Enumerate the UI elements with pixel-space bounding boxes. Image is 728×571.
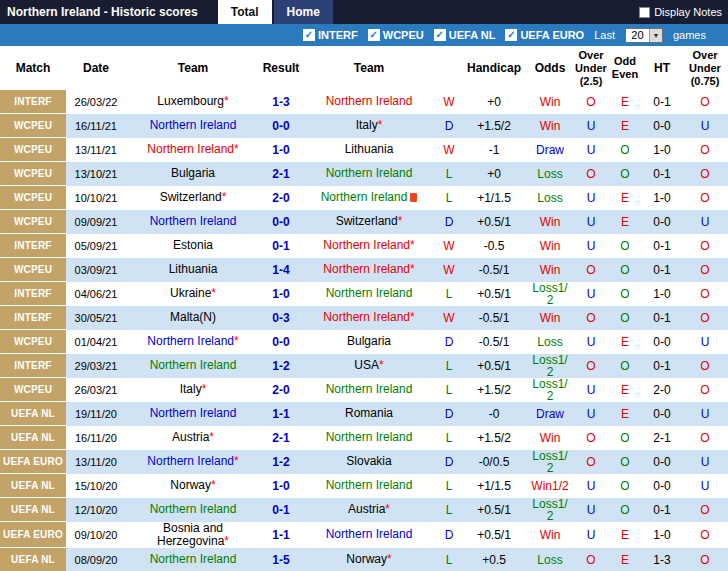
result-letter: L [436,354,462,378]
table-row: INTERF30/05/21Malta(N)0-3Northern Irelan… [0,306,728,330]
team-name: Switzerland [336,214,398,228]
halftime-score: 0-0 [642,114,682,138]
match-type-badge: UEFA NL [0,498,66,522]
handicap-result: Win [526,114,574,138]
over-under-075-result: O [682,306,728,330]
handicap-value: +1/1.5 [462,474,526,498]
result-letter: L [436,474,462,498]
result-letter: L [436,498,462,522]
team-name: Northern Ireland [326,478,413,492]
left-team-cell: Italy* [126,378,260,402]
fulltime-score: 0-0 [260,114,302,138]
col-ht: HT [642,46,682,90]
games-count-value: 20 [626,29,649,41]
over-under-075-result: O [682,426,728,450]
halftime-score: 1-0 [642,138,682,162]
handicap-value: +1/1.5 [462,186,526,210]
fulltime-score: 1-2 [260,354,302,378]
team-name: Ukraine [170,286,211,300]
halftime-score: 2-1 [642,426,682,450]
col-handicap: Handicap [462,46,526,90]
result-letter: L [436,282,462,306]
team-name: Bulgaria [171,166,215,180]
table-row: WCPEU13/10/21Bulgaria2-1Northern Ireland… [0,162,728,186]
team-name: Bosnia and Herzegovina [157,521,224,548]
fulltime-score: 1-1 [260,522,302,548]
left-team-cell: Bosnia and Herzegovina* [126,522,260,548]
result-letter: W [436,234,462,258]
checkbox-uefa-nl[interactable]: ✓ [434,29,446,41]
tab-total[interactable]: Total [218,0,272,24]
favorite-asterisk: * [202,382,207,396]
chevron-down-icon: ▼ [649,29,662,42]
red-card-icon [410,193,417,202]
handicap-value: +0.5/1 [462,282,526,306]
odd-even-result: O [608,234,642,258]
halftime-score: 0-1 [642,306,682,330]
halftime-score: 1-0 [642,186,682,210]
tab-strip: Total Home [218,0,333,24]
left-team-cell: Northern Ireland [126,114,260,138]
checkbox-interf[interactable]: ✓ [303,29,315,41]
checkbox-wcpeu[interactable]: ✓ [368,29,380,41]
over-under-075-result: U [682,402,728,426]
handicap-result: Win [526,258,574,282]
col-odd-even: Odd Even [608,46,642,90]
display-notes-checkbox[interactable] [639,7,650,18]
handicap-result: Win [526,90,574,114]
over-under-075-result: O [682,522,728,548]
filter-label-interf: INTERF [318,29,358,41]
table-row: WCPEU13/11/21Northern Ireland*1-0Lithuan… [0,138,728,162]
odd-even-result: E [608,522,642,548]
team-name: Slovakia [346,454,391,468]
over-under-075-result: O [682,548,728,571]
team-name: Northern Ireland [150,214,237,228]
col-result: Result [260,46,302,90]
team-name: USA [354,358,379,372]
team-name: Northern Ireland [147,334,234,348]
table-row: WCPEU26/03/21Italy*2-0Northern IrelandL+… [0,378,728,402]
right-team-cell: Northern Ireland* [302,234,436,258]
filter-label-wcpeu: WCPEU [383,29,424,41]
handicap-value: +0.5/1 [462,522,526,548]
team-name: Northern Ireland [150,552,237,566]
match-type-badge: UEFA NL [0,426,66,450]
checkbox-uefa-euro[interactable]: ✓ [505,29,517,41]
result-letter: L [436,162,462,186]
team-name: Northern Ireland [321,190,408,204]
match-type-badge: WCPEU [0,186,66,210]
handicap-result: Loss1/2 [526,282,574,306]
table-header-row: Match Date Team Result Team Handicap Odd… [0,46,728,90]
over-under-075-result: O [682,234,728,258]
halftime-score: 0-1 [642,90,682,114]
favorite-asterisk: * [234,142,239,156]
handicap-value: +0.5/1 [462,210,526,234]
right-team-cell: Northern Ireland [302,522,436,548]
odd-even-result: O [608,354,642,378]
page-title: Northern Ireland - Historic scores [0,5,198,19]
halftime-score: 0-0 [642,402,682,426]
match-date: 13/11/21 [66,138,126,162]
left-team-cell: Switzerland* [126,186,260,210]
match-type-badge: WCPEU [0,258,66,282]
left-team-cell: Ukraine* [126,282,260,306]
match-type-badge: UEFA NL [0,402,66,426]
team-name: Austria [172,430,209,444]
table-row: WCPEU01/04/21Northern Ireland*0-0Bulgari… [0,330,728,354]
col-odds: Odds [526,46,574,90]
games-count-select[interactable]: 20 ▼ [625,28,663,43]
team-name: Northern Ireland [326,527,413,541]
match-date: 10/10/21 [66,186,126,210]
col-over-under-25: Over Under (2.5) [574,46,608,90]
fulltime-score: 1-0 [260,282,302,306]
over-under-075-result: U [682,114,728,138]
handicap-value: -0.5 [462,234,526,258]
tab-home[interactable]: Home [274,0,333,24]
halftime-score: 0-1 [642,354,682,378]
right-team-cell: Bulgaria [302,330,436,354]
team-name: Northern Ireland [150,358,237,372]
team-name: Northern Ireland [323,262,410,276]
halftime-score: 0-0 [642,450,682,474]
odd-even-result: E [608,114,642,138]
halftime-score: 0-0 [642,474,682,498]
